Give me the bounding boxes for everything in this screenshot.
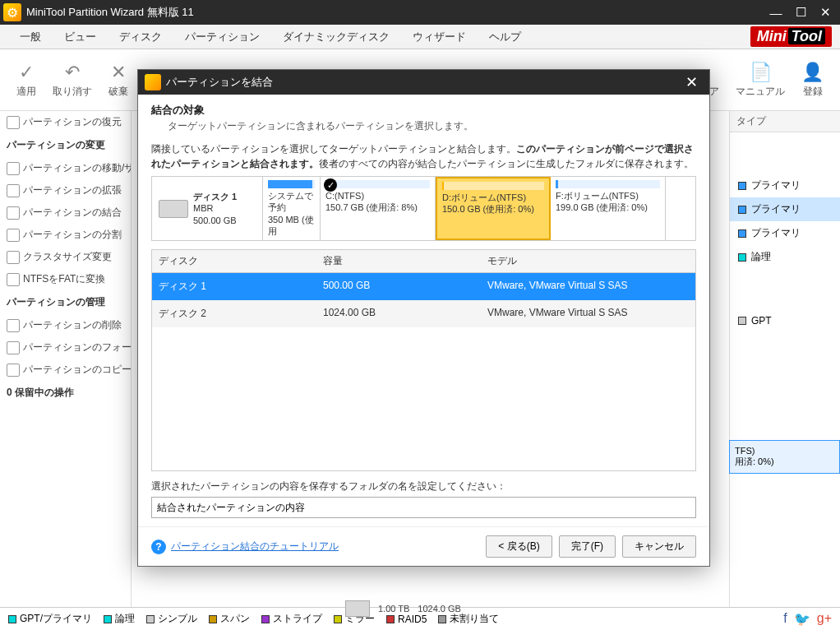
help-icon: ? [151, 540, 166, 554]
dialog-subheading: ターゲットパーティションに含まれるパーティションを選択します。 [168, 119, 696, 133]
window-title: MiniTool Partition Wizard 無料版 11 [26, 5, 764, 20]
partition-c[interactable]: ✓ C:(NTFS) 150.7 GB (使用済: 8%) [321, 177, 436, 240]
dialog-title: パーティションを結合 [166, 75, 681, 90]
finish-button[interactable]: 完了(F) [559, 535, 616, 558]
menu-wizard[interactable]: ウィザード [401, 25, 478, 49]
menu-view[interactable]: ビュー [53, 25, 108, 49]
folder-label: 選択されたパーティションの内容を保存するフォルダの名を設定してください： [151, 479, 696, 493]
table-row[interactable]: ディスク 1 500.00 GB VMware, VMware Virtual … [152, 273, 695, 300]
menu-help[interactable]: ヘルプ [478, 25, 533, 49]
maximize-button[interactable]: ☐ [789, 3, 812, 21]
help-link-group: ? パーティション結合のチュートリアル [151, 540, 339, 554]
th-capacity[interactable]: 容量 [316, 250, 481, 272]
partition-d-selected[interactable]: D:ボリューム(NTFS) 150.0 GB (使用済: 0%) [436, 177, 551, 240]
dialog-heading: 結合の対象 [151, 103, 696, 118]
check-icon: ✓ [324, 178, 337, 192]
merge-partition-dialog: パーティションを結合 ✕ 結合の対象 ターゲットパーティションに含まれるパーティ… [137, 69, 710, 567]
folder-name-input[interactable] [151, 497, 696, 518]
dialog-titlebar: パーティションを結合 ✕ [138, 70, 709, 95]
window-titlebar: ⚙ MiniTool Partition Wizard 無料版 11 — ☐ ✕ [0, 0, 840, 25]
disk-table: ディスク 容量 モデル ディスク 1 500.00 GB VMware, VMw… [151, 249, 696, 471]
menu-disk[interactable]: ディスク [108, 25, 173, 49]
th-disk[interactable]: ディスク [152, 250, 316, 272]
menu-general[interactable]: 一般 [8, 25, 53, 49]
minimize-button[interactable]: — [764, 3, 787, 21]
table-row[interactable]: ディスク 2 1024.00 GB VMware, VMware Virtual… [152, 300, 695, 327]
partition-f[interactable]: F:ボリューム(NTFS) 199.0 GB (使用済: 0%) [551, 177, 666, 240]
back-button[interactable]: < 戻る(B) [486, 535, 552, 558]
dialog-instruction: 隣接しているパーティションを選択してターゲットパーティションと結合します。このパ… [151, 141, 696, 171]
dialog-close-button[interactable]: ✕ [681, 73, 703, 91]
menu-dynamic[interactable]: ダイナミックディスク [271, 25, 401, 49]
th-model[interactable]: モデル [481, 250, 695, 272]
disk-label: ディスク 1 MBR 500.00 GB [152, 177, 263, 240]
app-icon: ⚙ [3, 3, 21, 21]
close-button[interactable]: ✕ [814, 3, 837, 21]
menu-bar: 一般 ビュー ディスク パーティション ダイナミックディスク ウィザード ヘルプ… [0, 25, 840, 49]
partition-system[interactable]: システムで予約 350 MB (使用 [263, 177, 321, 240]
brand-logo: MiniTool [750, 26, 832, 47]
disk-layout-strip: ディスク 1 MBR 500.00 GB システムで予約 350 MB (使用 … [151, 176, 696, 241]
disk-icon [159, 200, 188, 218]
tutorial-link[interactable]: パーティション結合のチュートリアル [171, 540, 339, 554]
menu-partition[interactable]: パーティション [173, 25, 271, 49]
dialog-icon [145, 74, 161, 90]
cancel-button[interactable]: キャンセル [622, 535, 696, 558]
